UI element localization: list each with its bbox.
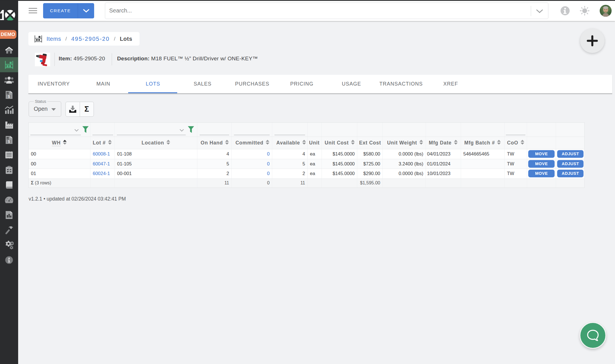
svg-text:$: $ [8,139,10,144]
svg-text:$: $ [8,94,10,99]
